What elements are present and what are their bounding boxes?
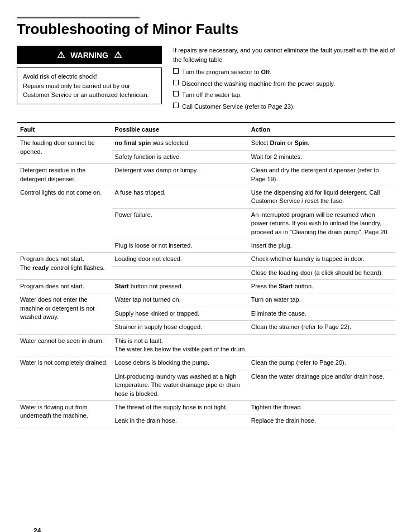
table-row: Water cannot be seen in drum. This is no… (17, 334, 395, 356)
fault-cell: Program does not start. (17, 280, 112, 293)
action-cell: Replace the drain hose. (248, 414, 395, 428)
checklist-text-4: Call Customer Service (refer to Page 23)… (182, 102, 295, 112)
fault-table: Fault Possible cause Action The loading … (17, 122, 395, 428)
col-header-fault: Fault (17, 123, 112, 137)
table-row: Detergent residue in the detergent dispe… (17, 164, 395, 186)
checklist-text-3: Turn off the water tap. (182, 90, 242, 100)
checklist-item-1: Turn the program selector to Off. (173, 67, 395, 77)
table-row: Control lights do not come on. A fuse ha… (17, 186, 395, 208)
checklist-item-2: Disconnect the washing machine from the … (173, 79, 395, 89)
action-cell: Clean the strainer (refer to Page 22). (248, 321, 395, 334)
cause-cell: Strainer in supply hose clogged. (112, 321, 248, 334)
fault-cell: The loading door cannot be opened. (17, 137, 112, 164)
cause-cell: Leak in the drain hose. (112, 414, 248, 428)
action-cell: Tighten the thread. (248, 400, 395, 414)
warning-icon-right: ⚠ (114, 50, 122, 60)
action-cell: Use the dispensing aid for liquid deterg… (248, 186, 395, 208)
action-cell: Clean and dry the detergent dispenser (r… (248, 164, 395, 186)
action-cell: Wait for 2 minutes. (248, 150, 395, 163)
cause-cell: Plug is loose or not inserted. (112, 239, 248, 252)
fault-cell: Water is not completely drained. (17, 356, 112, 401)
table-row: Program does not start.The ready control… (17, 253, 395, 266)
fault-cell: Control lights do not come on. (17, 186, 112, 252)
action-cell: Insert the plug. (248, 239, 395, 252)
action-cell: Close the loading door (a click should b… (248, 266, 395, 279)
cause-cell: no final spin was selected. (112, 137, 248, 150)
action-cell: Clean the water drainage pipe and/or dra… (248, 370, 395, 400)
cause-cell: This is not a fault.The water lies below… (112, 334, 395, 356)
col-header-action: Action (248, 123, 395, 137)
table-row: The loading door cannot be opened. no fi… (17, 137, 395, 150)
fault-cell: Water does not enter the machine or dete… (17, 293, 112, 334)
cause-cell: Detergent was damp or lumpy. (112, 164, 248, 186)
checkbox-icon-2 (173, 80, 179, 85)
checkbox-icon-4 (173, 103, 179, 108)
action-cell: Eliminate the cause. (248, 307, 395, 320)
intro-text: If repairs are necessary, and you cannot… (173, 46, 395, 64)
checkbox-icon-3 (173, 91, 179, 96)
fault-cell: Program does not start.The ready control… (17, 253, 112, 280)
warning-text-box: Avoid risk of electric shock!Repairs mus… (17, 67, 162, 104)
checklist-text-2: Disconnect the washing machine from the … (182, 79, 335, 89)
action-cell: Clean the pump (refer to Page 20). (248, 356, 395, 370)
checklist: Turn the program selector to Off. Discon… (173, 67, 395, 111)
action-cell: Turn on water tap. (248, 293, 395, 307)
action-cell: An interrupted program will be resumed w… (248, 208, 395, 239)
fault-cell: Water is flowing out from underneath the… (17, 400, 112, 428)
top-rule (17, 17, 140, 18)
cause-cell: Power failure. (112, 208, 248, 239)
warning-banner: ⚠ WARNING ⚠ (17, 46, 162, 64)
checkbox-icon-1 (173, 68, 179, 74)
action-cell: Select Drain or Spin. (248, 137, 395, 150)
table-row: Water is flowing out from underneath the… (17, 400, 395, 414)
table-row: Program does not start. Start button not… (17, 280, 395, 293)
page-title: Troubleshooting of Minor Faults (17, 21, 395, 38)
page-number: 24 (33, 527, 41, 532)
table-row: Water does not enter the machine or dete… (17, 293, 395, 307)
table-row: Water is not completely drained. Loose d… (17, 356, 395, 370)
cause-cell: Start button not pressed. (112, 280, 248, 293)
cause-cell: Water tap not turned on. (112, 293, 248, 307)
action-cell: Check whether laundry is trapped in door… (248, 253, 395, 266)
checklist-text-1: Turn the program selector to Off. (182, 67, 271, 77)
col-header-cause: Possible cause (112, 123, 248, 137)
action-cell: Press the Start button. (248, 280, 395, 293)
cause-cell: A fuse has tripped. (112, 186, 248, 208)
cause-cell: Loose debris is blocking the pump. (112, 356, 248, 370)
warning-label: WARNING (70, 51, 108, 60)
checklist-item-4: Call Customer Service (refer to Page 23)… (173, 102, 395, 112)
cause-cell: Lint-producing laundry was washed at a h… (112, 370, 248, 400)
cause-cell (112, 266, 248, 279)
cause-cell: The thread of the supply hose is not tig… (112, 400, 248, 414)
warning-icon-left: ⚠ (57, 50, 65, 60)
warning-text: Avoid risk of electric shock!Repairs mus… (23, 73, 149, 98)
fault-cell: Water cannot be seen in drum. (17, 334, 112, 356)
checklist-item-3: Turn off the water tap. (173, 90, 395, 100)
cause-cell: Supply hose kinked or trapped. (112, 307, 248, 320)
cause-cell: Loading door not closed. (112, 253, 248, 266)
cause-cell: Safety function is active. (112, 150, 248, 163)
fault-cell: Detergent residue in the detergent dispe… (17, 164, 112, 186)
